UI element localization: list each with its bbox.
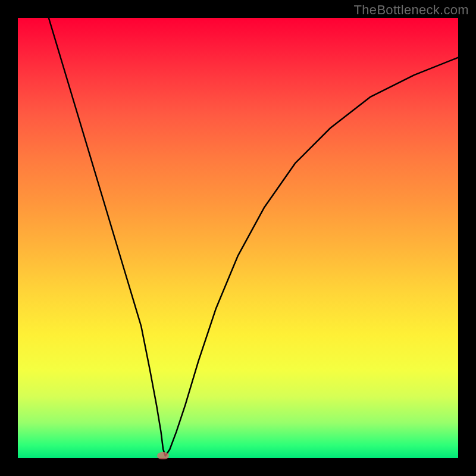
curve-line xyxy=(49,18,458,456)
watermark-text: TheBottleneck.com xyxy=(354,2,469,18)
plot-area xyxy=(18,18,458,458)
chart-frame: TheBottleneck.com xyxy=(0,0,476,476)
bottleneck-curve xyxy=(18,18,458,458)
optimal-marker xyxy=(157,452,169,459)
